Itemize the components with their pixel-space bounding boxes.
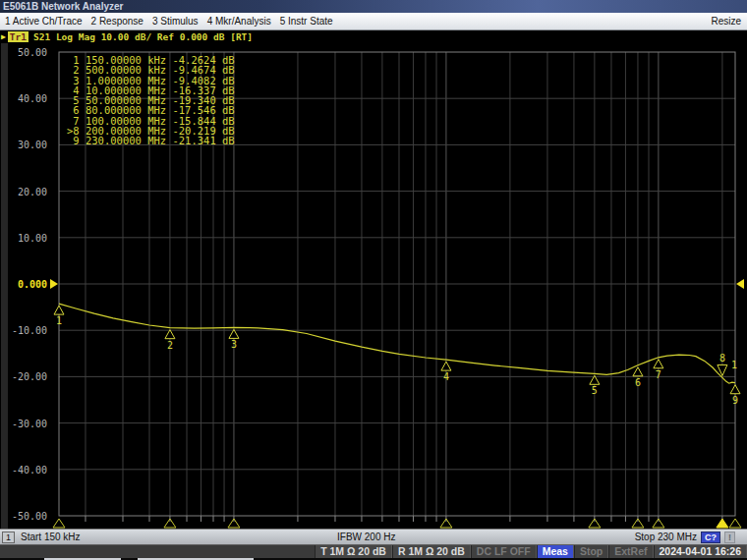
analyzer-window: E5061B Network Analyzer 1 Active Ch/Trac…	[0, 0, 747, 560]
trace-format-text: S21 Log Mag 10.00 dB/ Ref 0.000 dB [RT]	[33, 31, 253, 42]
y-axis-tick-label: 50.00	[0, 47, 47, 58]
menu-item-4[interactable]: 4 Mkr/Analysis	[207, 16, 271, 27]
trace-status-line: ▶ Tr1 S21 Log Mag 10.00 dB/ Ref 0.000 dB…	[0, 30, 747, 43]
menu-item-5[interactable]: 5 Instr State	[280, 16, 333, 27]
ifbw-label: IFBW 200 Hz	[337, 532, 395, 542]
y-axis-tick-label: -40.00	[0, 465, 47, 476]
svg-text:9: 9	[732, 395, 738, 406]
trace-marker-5[interactable]: 5	[590, 375, 600, 396]
svg-text:3: 3	[231, 339, 237, 350]
active-trace-arrow-icon: ▶	[0, 32, 8, 41]
trace-marker-2[interactable]: 2	[165, 330, 175, 351]
y-axis-tick-label: 10.00	[0, 233, 47, 244]
status-segment-r-1m-20-db: R 1M Ω 20 dB	[392, 545, 471, 558]
status-segment-2024-04-01-16-26: 2024-04-01 16:26	[654, 545, 747, 558]
svg-text:4: 4	[443, 371, 449, 382]
window-title: E5061B Network Analyzer	[3, 1, 123, 12]
stimulus-bar: 1 Start 150 kHz IFBW 200 Hz Stop 230 MHz…	[0, 529, 747, 544]
status-segment-meas: Meas	[537, 545, 574, 558]
y-axis-tick-label: -50.00	[0, 511, 47, 522]
y-ref-level-label: 0.000	[0, 279, 47, 290]
marker-table-row-9: 9 230.00000 MHz -21.341 dB	[67, 136, 235, 145]
correction-status-badge: C?	[701, 532, 720, 543]
svg-text:1: 1	[56, 315, 62, 326]
trace-line	[59, 304, 735, 383]
y-axis-tick-label: 30.00	[0, 140, 47, 150]
menu-bar: 1 Active Ch/Trace2 Response3 Stimulus4 M…	[0, 13, 747, 30]
y-axis-tick-label: -10.00	[0, 325, 47, 336]
y-axis-tick-label: 40.00	[0, 93, 47, 104]
trace-marker-8[interactable]: 8	[718, 353, 727, 375]
stop-frequency-label: Stop 230 MHz	[635, 532, 697, 542]
svg-text:6: 6	[635, 377, 641, 388]
trace-marker-6[interactable]: 6	[633, 367, 643, 388]
title-bar: E5061B Network Analyzer	[0, 0, 747, 13]
ref-level-arrow-left[interactable]	[50, 279, 58, 289]
svg-text:5: 5	[592, 385, 598, 396]
stimulus-marker-1[interactable]	[53, 519, 65, 528]
y-axis-tick-label: -20.00	[0, 371, 47, 382]
svg-text:8: 8	[719, 353, 725, 364]
trace-end-label: 1	[731, 360, 737, 370]
ref-level-arrow-right[interactable]	[736, 279, 744, 289]
y-axis-tick-label: 20.00	[0, 187, 47, 197]
start-frequency-label: Start 150 kHz	[21, 532, 81, 542]
instrument-status-bar: T 1M Ω 20 dBR 1M Ω 20 dBDC LF OFFMeasSto…	[0, 544, 747, 558]
menu-bar-items: 1 Active Ch/Trace2 Response3 Stimulus4 M…	[0, 16, 333, 27]
status-segment-t-1m-20-db: T 1M Ω 20 dB	[315, 545, 392, 558]
y-axis-tick-label: -30.00	[0, 419, 47, 429]
svg-text:2: 2	[167, 340, 173, 351]
status-segment-extref: ExtRef	[608, 545, 653, 558]
marker-readout-table: 1 150.00000 kHz -4.2624 dB 2 500.00000 k…	[67, 55, 235, 146]
trace-marker-1[interactable]: 1	[54, 306, 64, 326]
trace-marker-9[interactable]: 9	[730, 385, 740, 406]
menu-item-3[interactable]: 3 Stimulus	[152, 16, 199, 27]
menu-item-1[interactable]: 1 Active Ch/Trace	[5, 16, 83, 27]
menu-item-2[interactable]: 2 Response	[91, 16, 144, 27]
stimulus-marker-9[interactable]	[729, 519, 741, 528]
trace-name-chip[interactable]: Tr1	[8, 31, 29, 42]
svg-text:7: 7	[656, 369, 661, 380]
trace-marker-4[interactable]: 4	[441, 362, 451, 382]
stimulus-marker-8[interactable]	[717, 519, 728, 528]
channel-number-box: 1	[2, 532, 15, 543]
status-segment-stop: Stop	[574, 545, 608, 558]
resize-button[interactable]: Resize	[711, 13, 741, 29]
instrument-screen: 1234567891 50.0040.0030.0020.0010.000.00…	[0, 43, 747, 529]
trace-marker-3[interactable]: 3	[229, 329, 239, 350]
status-segment-dc-lf-off: DC LF OFF	[471, 545, 537, 558]
warning-badge: !	[724, 532, 735, 543]
